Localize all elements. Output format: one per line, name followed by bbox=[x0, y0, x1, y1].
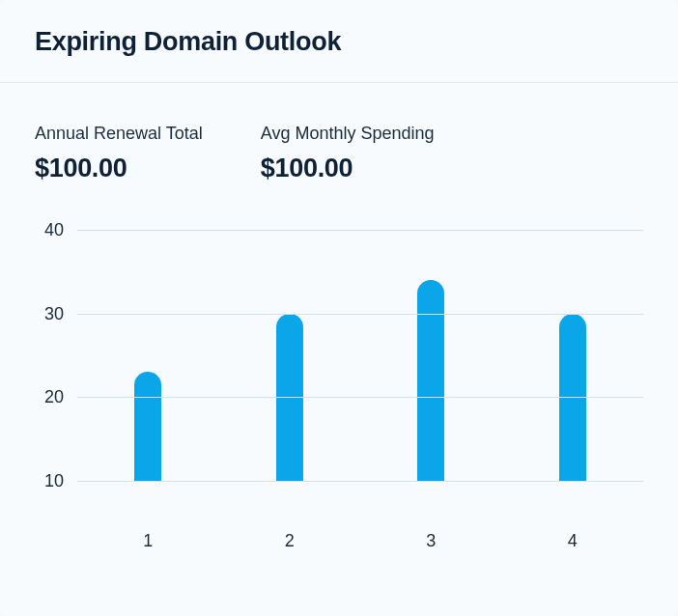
chart-plot-area bbox=[77, 230, 643, 481]
x-tick: 4 bbox=[502, 531, 644, 551]
card-title: Expiring Domain Outlook bbox=[35, 27, 643, 57]
stat-annual-renewal: Annual Renewal Total $100.00 bbox=[35, 124, 203, 183]
bar-column bbox=[77, 372, 219, 481]
gridline bbox=[77, 481, 643, 482]
gridline bbox=[77, 314, 643, 315]
bar-column bbox=[360, 280, 502, 481]
bar bbox=[417, 280, 444, 481]
y-tick: 40 bbox=[44, 220, 64, 240]
x-tick: 3 bbox=[360, 531, 502, 551]
stat-value: $100.00 bbox=[261, 154, 435, 183]
bars-group bbox=[77, 230, 643, 481]
gridline bbox=[77, 397, 643, 398]
chart-container: 10203040 1234 bbox=[0, 183, 678, 551]
bar bbox=[134, 372, 161, 481]
y-axis: 10203040 bbox=[35, 230, 77, 481]
x-tick: 1 bbox=[77, 531, 219, 551]
bar-chart: 10203040 bbox=[35, 230, 643, 519]
stat-label: Annual Renewal Total bbox=[35, 124, 203, 144]
x-tick: 2 bbox=[219, 531, 361, 551]
gridline bbox=[77, 230, 643, 231]
stat-value: $100.00 bbox=[35, 154, 203, 183]
y-tick: 20 bbox=[44, 387, 64, 407]
stat-avg-monthly: Avg Monthly Spending $100.00 bbox=[261, 124, 435, 183]
stats-row: Annual Renewal Total $100.00 Avg Monthly… bbox=[0, 83, 678, 183]
x-axis: 1234 bbox=[77, 519, 643, 551]
expiring-domain-card: Expiring Domain Outlook Annual Renewal T… bbox=[0, 0, 678, 616]
y-tick: 10 bbox=[44, 471, 64, 491]
card-header: Expiring Domain Outlook bbox=[0, 0, 678, 83]
y-tick: 30 bbox=[44, 303, 64, 323]
stat-label: Avg Monthly Spending bbox=[261, 124, 435, 144]
